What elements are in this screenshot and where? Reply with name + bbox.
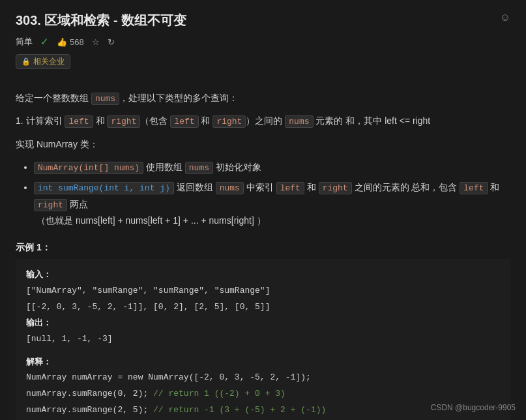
explain-comment-3: // return -1 (3 + (-5) + 2 + (-1)) — [153, 405, 326, 415]
problem-description: 给定一个整数数组 nums，处理以下类型的多个查询： — [16, 90, 510, 106]
bullet1-code: NumArray(int[] nums) — [34, 162, 143, 174]
task1-end: 元素的 和，其中 left <= right — [314, 115, 431, 126]
input-section: 输入： ["NumArray", "sumRange", "sumRange",… — [26, 267, 500, 315]
company-tag-label: 相关企业 — [33, 56, 65, 67]
nums-code-2: nums — [285, 115, 313, 128]
explain-comment-2: // return 1 ((-2) + 0 + 3) — [153, 389, 285, 398]
input-line2: [[-2, 0, 3, -5, 2, -1]], [0, 2], [2, 5],… — [26, 299, 500, 316]
top-icon: ☺ — [500, 12, 510, 23]
bullet2-sub: （也就是 nums[left] + nums[left + 1] + ... +… — [34, 215, 266, 226]
bullet-list: NumArray(int[] nums) 使用数组 nums 初始化对象 int… — [16, 159, 510, 229]
task1: 1. 计算索引 left 和 right（包含 left 和 right）之间的… — [16, 113, 510, 129]
right-code-2: right — [212, 115, 246, 128]
bullet2-right: right — [319, 182, 352, 194]
explain-line2: numArray.sumRange(0, 2); // return 1 ((-… — [26, 386, 500, 402]
bullet2-nums: nums — [216, 182, 244, 194]
bullet2-mid5: 和 — [490, 182, 499, 192]
watermark: CSDN @bugcoder-9905 — [431, 403, 516, 412]
explain-text-2: numArray.sumRange(0, 2); — [26, 389, 153, 398]
desc-text-1: 给定一个整数数组 — [16, 93, 91, 103]
explain-line3: numArray.sumRange(2, 5); // return -1 (3… — [26, 402, 500, 419]
lock-icon: 🔒 — [22, 57, 31, 66]
explain-text-1: NumArray numArray = new NumArray([-2, 0,… — [26, 372, 311, 382]
thumb-up-icon: 👍 — [57, 37, 67, 47]
task1-and: 和 — [93, 115, 108, 126]
left-code-1: left — [65, 115, 93, 128]
explain-label: 解释： — [26, 357, 51, 367]
check-icon: ✓ — [40, 36, 49, 48]
task1-and2: 和 — [199, 115, 213, 126]
right-code-1: right — [107, 115, 140, 128]
refresh-icon[interactable]: ↻ — [108, 37, 115, 47]
explain-section: 解释： NumArray numArray = new NumArray([-2… — [26, 354, 500, 420]
bullet2-mid2: 中索引 — [246, 182, 276, 192]
like-count: 568 — [70, 37, 84, 47]
bullet2-code: int sumRange(int i, int j) — [34, 182, 174, 194]
implement-text: 实现 NumArray 类： — [16, 139, 98, 149]
output-section: 输出： [null, 1, -1, -3] — [26, 315, 500, 347]
bullet2-and: 和 — [307, 182, 319, 192]
list-item-2: int sumRange(int i, int j) 返回数组 nums 中索引… — [34, 179, 510, 229]
main-container: ☺ 303. 区域和检索 - 数组不可变 简单 ✓ 👍 568 ☆ ↻ 🔒 相关… — [0, 0, 526, 420]
explain-line1: NumArray numArray = new NumArray([-2, 0,… — [26, 370, 500, 386]
bullet1-mid: 使用数组 — [146, 162, 185, 172]
company-tag[interactable]: 🔒 相关企业 — [16, 54, 70, 69]
bullet2-mid4: 之间的元素的 总和，包含 — [355, 182, 460, 192]
bullet2-left: left — [276, 182, 304, 194]
difficulty-label: 简单 — [16, 36, 33, 48]
like-area[interactable]: 👍 568 — [57, 37, 84, 47]
bullet2-right2: right — [34, 199, 67, 211]
meta-row: 简单 ✓ 👍 568 ☆ ↻ — [16, 36, 510, 48]
explain-text-3: numArray.sumRange(2, 5); — [26, 405, 153, 415]
example-title: 示例 1： — [16, 242, 510, 254]
list-item-1: NumArray(int[] nums) 使用数组 nums 初始化对象 — [34, 159, 510, 175]
page-title: 303. 区域和检索 - 数组不可变 — [16, 12, 186, 29]
input-line1: ["NumArray", "sumRange", "sumRange", "su… — [26, 283, 500, 299]
star-icon[interactable]: ☆ — [92, 37, 100, 47]
output-label: 输出： — [26, 318, 51, 327]
title-row: 303. 区域和检索 - 数组不可变 — [16, 12, 510, 29]
task1-paren: （包含 — [140, 115, 170, 126]
task1-close: ）之间的 — [246, 115, 285, 126]
bullet1-end: 初始化对象 — [216, 162, 261, 172]
input-label: 输入： — [26, 269, 51, 279]
bullet2-end: 两点 — [70, 199, 88, 209]
left-code-2: left — [170, 115, 198, 128]
example-box: 输入： ["NumArray", "sumRange", "sumRange",… — [16, 259, 510, 420]
task1-prefix: 1. 计算索引 — [16, 115, 65, 126]
desc-text-2: ，处理以下类型的多个查询： — [119, 93, 238, 103]
output-value: [null, 1, -1, -3] — [26, 331, 500, 348]
bullet2-left2: left — [460, 182, 488, 194]
bullet2-mid: 返回数组 — [177, 182, 216, 192]
bullet1-nums: nums — [185, 162, 213, 174]
nums-code-inline: nums — [91, 93, 119, 105]
implement-desc: 实现 NumArray 类： — [16, 136, 510, 153]
